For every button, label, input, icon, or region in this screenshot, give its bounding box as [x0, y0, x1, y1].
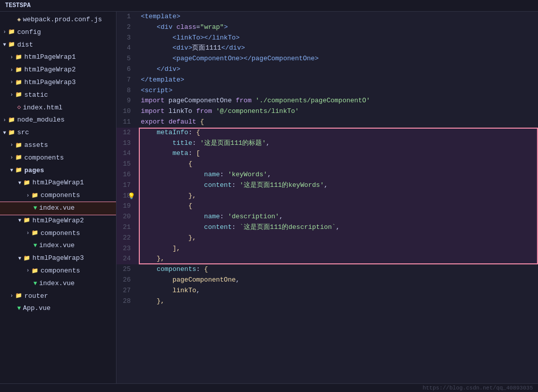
sidebar-item-htmlPageWrap1-dist[interactable]: ›📁htmlPageWrap1	[0, 51, 116, 64]
code-token: </	[221, 44, 229, 52]
sidebar-item-label: htmlPageWrap2	[32, 216, 84, 226]
code-token: >	[236, 34, 240, 42]
sidebar-item-index-vue-2[interactable]: ▼index.vue	[0, 240, 116, 252]
code-token: linkTo	[172, 287, 196, 294]
sidebar-item-label: htmlPageWrap3	[24, 77, 75, 88]
code-token	[141, 287, 172, 294]
table-row: 7</template>	[117, 75, 538, 86]
line-number: 6	[117, 64, 137, 75]
code-token	[141, 213, 204, 220]
code-token	[141, 65, 157, 73]
sidebar-item-webpack[interactable]: ◈webpack.prod.conf.js	[0, 14, 116, 26]
code-token: "wrap"	[200, 23, 224, 31]
sidebar-item-label: components	[41, 266, 80, 277]
editor: 1<template>2 <div class="wrap">3 <linkTo…	[117, 12, 538, 383]
folder-icon: 📁	[8, 41, 15, 50]
code-token	[165, 118, 169, 126]
line-number: 5	[117, 54, 137, 64]
table-row: 27 linkTo,	[117, 286, 538, 296]
sidebar-item-components-wrap2[interactable]: ›📁components	[0, 227, 116, 240]
sidebar-item-label: htmlPageWrap1	[24, 52, 75, 63]
table-row: 4 <div>页面1111</div>	[117, 43, 538, 54]
sidebar-item-dist[interactable]: ▼📁dist	[0, 39, 116, 52]
sidebar-item-htmlPageWrap2-dist[interactable]: ›📁htmlPageWrap2	[0, 64, 116, 76]
line-number: 4	[117, 43, 137, 54]
code-token: },	[188, 192, 197, 200]
sidebar-item-htmlPageWrap3-src[interactable]: ▼📁htmlPageWrap3	[0, 252, 116, 265]
sidebar-item-label: pages	[24, 166, 44, 176]
folder-icon: 📁	[15, 79, 22, 88]
js-icon: ◈	[17, 15, 21, 25]
code-token: ,	[196, 287, 200, 294]
code-token: ,	[279, 213, 283, 220]
code-token: >	[176, 65, 180, 73]
code-token: :	[220, 213, 228, 220]
code-token: <	[141, 87, 145, 94]
sidebar-item-index-vue-active[interactable]: ▼index.vue	[0, 202, 116, 215]
line-content: import pageComponentOne from './componen…	[137, 96, 538, 106]
line-number: 9	[117, 96, 137, 106]
code-token: linkTo	[212, 34, 236, 42]
sidebar-item-htmlPageWrap3-dist[interactable]: ›📁htmlPageWrap3	[0, 76, 116, 89]
code-token: from	[236, 97, 251, 104]
code-token: pageComponentOne	[176, 55, 240, 62]
sidebar-item-router[interactable]: ›📁router	[0, 290, 116, 303]
sidebar-item-index-html[interactable]: ◇index.html	[0, 102, 116, 114]
sidebar-item-index-vue-3[interactable]: ▼index.vue	[0, 278, 116, 290]
folder-icon: 📁	[15, 292, 22, 301]
table-row: 11export default {	[117, 117, 538, 128]
line-number: 28	[117, 296, 137, 307]
folder-icon: 📁	[23, 254, 30, 263]
code-token: :	[188, 129, 197, 136]
table-row: 26 pageComponentOne,	[117, 275, 538, 286]
code-token: 页面1111	[192, 44, 221, 52]
sidebar-item-src[interactable]: ▼📁src	[0, 127, 116, 139]
sidebar-item-htmlPageWrap1-src[interactable]: ▼📁htmlPageWrap1	[0, 177, 116, 189]
code-token: >	[224, 23, 228, 31]
code-token: :	[232, 223, 240, 231]
code-token	[141, 297, 157, 305]
sidebar-item-label: webpack.prod.conf.js	[23, 15, 102, 25]
code-token: :	[196, 265, 204, 273]
sidebar-item-components-wrap3[interactable]: ›📁components	[0, 265, 116, 278]
sidebar-item-htmlPageWrap2-src[interactable]: ▼📁htmlPageWrap2	[0, 215, 116, 227]
code-token: export	[141, 118, 165, 126]
line-content: 💡 },	[137, 191, 538, 202]
code-token	[141, 23, 157, 31]
sidebar-item-app-vue[interactable]: ▼App.vue	[0, 302, 116, 315]
vue-icon: ▼	[33, 204, 37, 213]
sidebar-item-components[interactable]: ›📁components	[0, 152, 116, 165]
sidebar-item-config[interactable]: ›📁config	[0, 26, 116, 39]
bulb-icon[interactable]: 💡	[128, 192, 135, 202]
code-token	[141, 181, 204, 189]
line-content: {	[137, 159, 538, 170]
code-token: </	[204, 34, 212, 42]
sidebar-item-assets[interactable]: ›📁assets	[0, 139, 116, 152]
sidebar-item-pages[interactable]: ▼📁pages	[0, 165, 116, 177]
line-content: linkTo,	[137, 286, 538, 296]
watermark: https://blog.csdn.net/qq_40893035	[422, 385, 533, 391]
code-token: =	[196, 23, 200, 31]
sidebar-item-node_modules[interactable]: ›📁node_modules	[0, 114, 116, 127]
sidebar: ◈webpack.prod.conf.js›📁config▼📁dist›📁htm…	[0, 12, 117, 383]
folder-icon: 📁	[31, 191, 39, 201]
line-content: pageComponentOne,	[137, 275, 538, 286]
code-token: template	[145, 13, 176, 20]
line-content: name: 'description',	[137, 212, 538, 222]
code-token: '这是页面111的标题'	[200, 139, 266, 147]
code-token: div	[161, 23, 172, 31]
sidebar-item-static[interactable]: ›📁static	[0, 89, 116, 102]
code-token: name	[204, 213, 220, 220]
line-content: <script>	[137, 86, 538, 96]
sidebar-item-components-wrap1[interactable]: ›📁components	[0, 189, 116, 202]
code-token: ],	[172, 245, 180, 252]
line-number: 22	[117, 233, 137, 244]
html-icon: ◇	[17, 103, 21, 112]
code-token: default	[169, 118, 197, 126]
folder-icon: 📁	[8, 28, 15, 37]
code-token	[141, 255, 157, 262]
code-token: ,	[336, 223, 340, 231]
code-token: linkTo	[165, 107, 196, 115]
folder-icon: 📁	[15, 66, 22, 75]
table-row: 21 content: `这是页面111的description`,	[117, 222, 538, 233]
